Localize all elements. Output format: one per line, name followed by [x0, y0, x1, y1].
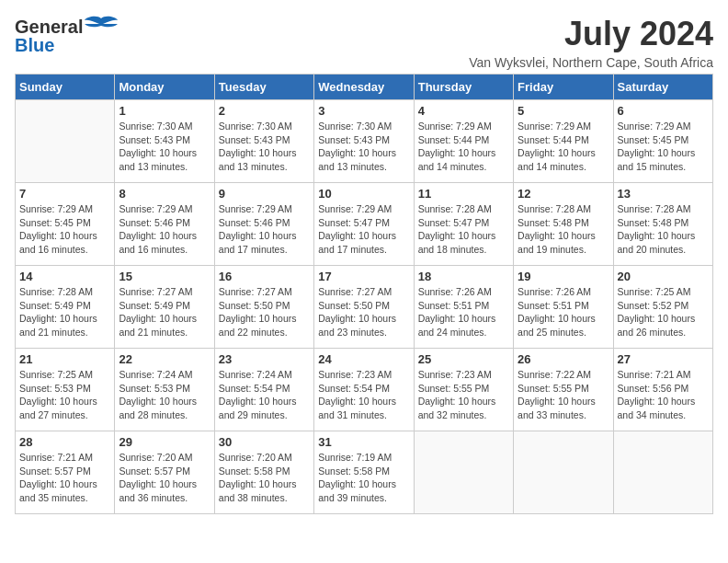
day-info: Sunrise: 7:30 AMSunset: 5:43 PMDaylight:…: [119, 120, 210, 174]
day-info: Sunrise: 7:29 AMSunset: 5:47 PMDaylight:…: [318, 202, 409, 257]
month-title: July 2024: [469, 15, 713, 53]
calendar-cell: [514, 431, 613, 514]
calendar-cell: 20Sunrise: 7:25 AMSunset: 5:52 PMDayligh…: [613, 266, 712, 349]
day-number: 10: [318, 187, 409, 201]
day-number: 13: [618, 187, 709, 201]
calendar-cell: 9Sunrise: 7:29 AMSunset: 5:46 PMDaylight…: [214, 183, 313, 266]
day-info: Sunrise: 7:28 AMSunset: 5:47 PMDaylight:…: [418, 202, 509, 257]
calendar-cell: 31Sunrise: 7:19 AMSunset: 5:58 PMDayligh…: [314, 431, 414, 514]
day-info: Sunrise: 7:25 AMSunset: 5:52 PMDaylight:…: [618, 285, 709, 339]
calendar-week-row: 14Sunrise: 7:28 AMSunset: 5:49 PMDayligh…: [16, 266, 713, 349]
day-number: 8: [119, 187, 210, 201]
day-info: Sunrise: 7:29 AMSunset: 5:44 PMDaylight:…: [518, 120, 609, 174]
day-number: 27: [618, 352, 709, 366]
calendar-table: SundayMondayTuesdayWednesdayThursdayFrid…: [15, 74, 713, 514]
calendar-cell: 6Sunrise: 7:29 AMSunset: 5:45 PMDaylight…: [613, 100, 712, 183]
day-info: Sunrise: 7:30 AMSunset: 5:43 PMDaylight:…: [318, 120, 409, 174]
day-info: Sunrise: 7:24 AMSunset: 5:54 PMDaylight:…: [219, 368, 310, 422]
calendar-cell: 17Sunrise: 7:27 AMSunset: 5:50 PMDayligh…: [314, 266, 414, 349]
weekday-header-sunday: Sunday: [16, 75, 115, 100]
day-info: Sunrise: 7:21 AMSunset: 5:56 PMDaylight:…: [618, 368, 709, 422]
calendar-cell: 29Sunrise: 7:20 AMSunset: 5:57 PMDayligh…: [115, 431, 214, 514]
day-number: 1: [119, 104, 210, 118]
day-info: Sunrise: 7:29 AMSunset: 5:44 PMDaylight:…: [418, 120, 509, 174]
calendar-week-row: 7Sunrise: 7:29 AMSunset: 5:45 PMDaylight…: [16, 183, 713, 266]
calendar-week-row: 1Sunrise: 7:30 AMSunset: 5:43 PMDaylight…: [16, 100, 713, 183]
day-number: 19: [518, 270, 609, 283]
calendar-cell: 13Sunrise: 7:28 AMSunset: 5:48 PMDayligh…: [613, 183, 712, 266]
day-info: Sunrise: 7:26 AMSunset: 5:51 PMDaylight:…: [518, 285, 609, 339]
day-info: Sunrise: 7:29 AMSunset: 5:45 PMDaylight:…: [618, 120, 709, 174]
calendar-week-row: 28Sunrise: 7:21 AMSunset: 5:57 PMDayligh…: [16, 431, 713, 514]
calendar-cell: 18Sunrise: 7:26 AMSunset: 5:51 PMDayligh…: [414, 266, 513, 349]
weekday-header-tuesday: Tuesday: [214, 75, 313, 100]
day-number: 18: [418, 270, 509, 283]
logo-blue-text: Blue: [15, 35, 54, 56]
title-block: July 2024 Van Wyksvlei, Northern Cape, S…: [469, 15, 713, 70]
calendar-cell: 30Sunrise: 7:20 AMSunset: 5:58 PMDayligh…: [214, 431, 313, 514]
day-number: 15: [119, 270, 210, 283]
calendar-cell: 15Sunrise: 7:27 AMSunset: 5:49 PMDayligh…: [115, 266, 214, 349]
day-number: 26: [518, 352, 609, 366]
day-number: 25: [418, 352, 509, 366]
calendar-cell: 27Sunrise: 7:21 AMSunset: 5:56 PMDayligh…: [613, 349, 712, 431]
day-info: Sunrise: 7:28 AMSunset: 5:49 PMDaylight:…: [19, 285, 110, 339]
day-number: 20: [618, 270, 709, 283]
day-number: 5: [518, 104, 609, 118]
day-info: Sunrise: 7:22 AMSunset: 5:55 PMDaylight:…: [518, 368, 609, 422]
day-info: Sunrise: 7:20 AMSunset: 5:58 PMDaylight:…: [219, 451, 310, 505]
day-number: 23: [219, 352, 310, 366]
calendar-cell: 2Sunrise: 7:30 AMSunset: 5:43 PMDaylight…: [214, 100, 313, 183]
weekday-header-saturday: Saturday: [613, 75, 712, 100]
day-number: 12: [518, 187, 609, 201]
calendar-cell: 5Sunrise: 7:29 AMSunset: 5:44 PMDaylight…: [514, 100, 613, 183]
day-number: 14: [19, 270, 110, 283]
day-info: Sunrise: 7:27 AMSunset: 5:50 PMDaylight:…: [219, 285, 310, 339]
day-info: Sunrise: 7:23 AMSunset: 5:54 PMDaylight:…: [318, 368, 409, 422]
day-number: 2: [219, 104, 310, 118]
day-info: Sunrise: 7:19 AMSunset: 5:58 PMDaylight:…: [318, 451, 409, 505]
calendar-header-row: SundayMondayTuesdayWednesdayThursdayFrid…: [16, 75, 713, 100]
calendar-cell: 12Sunrise: 7:28 AMSunset: 5:48 PMDayligh…: [514, 183, 613, 266]
page-header: General Blue July 2024 Van Wyksvlei, Nor…: [15, 15, 713, 70]
day-info: Sunrise: 7:30 AMSunset: 5:43 PMDaylight:…: [219, 120, 310, 174]
day-number: 7: [19, 187, 110, 201]
day-info: Sunrise: 7:27 AMSunset: 5:49 PMDaylight:…: [119, 285, 210, 339]
calendar-week-row: 21Sunrise: 7:25 AMSunset: 5:53 PMDayligh…: [16, 349, 713, 431]
day-info: Sunrise: 7:21 AMSunset: 5:57 PMDaylight:…: [19, 451, 110, 505]
day-number: 17: [318, 270, 409, 283]
calendar-cell: 19Sunrise: 7:26 AMSunset: 5:51 PMDayligh…: [514, 266, 613, 349]
day-number: 29: [119, 435, 210, 449]
day-number: 3: [318, 104, 409, 118]
calendar-cell: 26Sunrise: 7:22 AMSunset: 5:55 PMDayligh…: [514, 349, 613, 431]
calendar-cell: 21Sunrise: 7:25 AMSunset: 5:53 PMDayligh…: [16, 349, 115, 431]
day-info: Sunrise: 7:20 AMSunset: 5:57 PMDaylight:…: [119, 451, 210, 505]
day-number: 24: [318, 352, 409, 366]
day-info: Sunrise: 7:29 AMSunset: 5:45 PMDaylight:…: [19, 202, 110, 257]
day-number: 11: [418, 187, 509, 201]
logo: General Blue: [15, 15, 118, 56]
day-info: Sunrise: 7:26 AMSunset: 5:51 PMDaylight:…: [418, 285, 509, 339]
calendar-cell: 14Sunrise: 7:28 AMSunset: 5:49 PMDayligh…: [16, 266, 115, 349]
day-number: 4: [418, 104, 509, 118]
day-number: 21: [19, 352, 110, 366]
day-info: Sunrise: 7:24 AMSunset: 5:53 PMDaylight:…: [119, 368, 210, 422]
calendar-cell: 11Sunrise: 7:28 AMSunset: 5:47 PMDayligh…: [414, 183, 513, 266]
day-number: 16: [219, 270, 310, 283]
day-number: 31: [318, 435, 409, 449]
day-number: 28: [19, 435, 110, 449]
calendar-cell: 16Sunrise: 7:27 AMSunset: 5:50 PMDayligh…: [214, 266, 313, 349]
calendar-cell: [414, 431, 513, 514]
day-number: 30: [219, 435, 310, 449]
calendar-cell: 7Sunrise: 7:29 AMSunset: 5:45 PMDaylight…: [16, 183, 115, 266]
day-info: Sunrise: 7:25 AMSunset: 5:53 PMDaylight:…: [19, 368, 110, 422]
calendar-cell: 24Sunrise: 7:23 AMSunset: 5:54 PMDayligh…: [314, 349, 414, 431]
day-info: Sunrise: 7:29 AMSunset: 5:46 PMDaylight:…: [219, 202, 310, 257]
calendar-cell: 3Sunrise: 7:30 AMSunset: 5:43 PMDaylight…: [314, 100, 414, 183]
day-number: 6: [618, 104, 709, 118]
location-subtitle: Van Wyksvlei, Northern Cape, South Afric…: [469, 55, 713, 70]
calendar-cell: 1Sunrise: 7:30 AMSunset: 5:43 PMDaylight…: [115, 100, 214, 183]
day-info: Sunrise: 7:27 AMSunset: 5:50 PMDaylight:…: [318, 285, 409, 339]
calendar-cell: 28Sunrise: 7:21 AMSunset: 5:57 PMDayligh…: [16, 431, 115, 514]
weekday-header-wednesday: Wednesday: [314, 75, 414, 100]
